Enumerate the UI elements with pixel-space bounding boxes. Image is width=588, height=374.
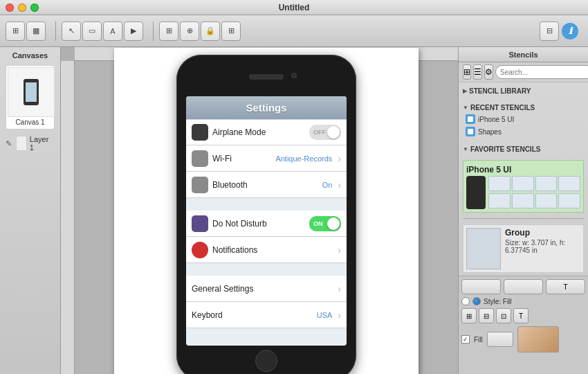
keyboard-chevron: ›: [338, 310, 341, 321]
right-panel-title: Stencils: [508, 51, 538, 59]
right-panel-titlebar: Stencils: [459, 47, 588, 62]
fill-label: Fill: [474, 336, 483, 344]
toolbar-lock-btn[interactable]: 🔒: [201, 21, 220, 41]
close-button[interactable]: [6, 3, 14, 12]
layer-1-icon: [16, 136, 27, 151]
ruler-left: [61, 61, 75, 374]
keyboard-row[interactable]: Keybord USA ›: [186, 302, 347, 328]
toolbar-play-btn[interactable]: ▶: [124, 21, 143, 41]
wifi-chevron: ›: [338, 153, 341, 164]
wifi-icon: [192, 150, 208, 167]
radio-btn-2[interactable]: [472, 297, 481, 305]
notifications-label: Notifications: [212, 245, 333, 255]
stencil-library-title: ▶ STENCIL LIBRARY: [463, 85, 584, 96]
toolbar-connect-btn[interactable]: ⊕: [180, 21, 199, 41]
favorite-stencils-title: ▼ FAVORITE STENCILS: [463, 143, 584, 154]
panel-toolbar-grid-btn[interactable]: ⊞: [463, 64, 471, 80]
toolbar-canvas-btn[interactable]: ⊟: [540, 21, 559, 41]
style-btn-3[interactable]: ⊡: [496, 308, 511, 323]
toolbar-view-btn[interactable]: ▦: [26, 21, 46, 41]
left-sidebar: Canvases Canvas 1 ✎ Layer 1: [0, 47, 61, 374]
canvas-1-item[interactable]: Canvas 1: [6, 65, 55, 130]
style-btn-4[interactable]: T: [513, 308, 529, 323]
panel-bottom: T Style: Fill ⊞ ⊟ ⊡ T ✓ Fill: [459, 276, 588, 374]
recent-iphone5ui-label: iPhone 5 UI: [478, 116, 514, 123]
maximize-button[interactable]: [30, 3, 39, 12]
bluetooth-chevron: ›: [338, 179, 341, 190]
canvas-area: Settings Airplane Mode OFF: [61, 47, 458, 374]
fill-big-swatch[interactable]: [517, 326, 559, 353]
recent-shapes-label: Shapes: [478, 128, 502, 136]
bluetooth-value: On: [322, 181, 333, 189]
favorite-stencils-section: ▼ FAVORITE STENCILS: [459, 141, 588, 157]
airplane-toggle-knob: [327, 126, 340, 139]
favorite-stencils-label: FAVORITE STENCILS: [470, 145, 541, 153]
toolbar: ⊞ ▦ ↖ ▭ A ▶ ⊞ ⊕ 🔒 ⊞ ⊟ ℹ: [0, 15, 588, 47]
iphone-stencil-preview[interactable]: iPhone 5 UI: [463, 160, 584, 213]
bluetooth-label: Bluetooth: [212, 180, 318, 190]
radio-btn-1[interactable]: [461, 297, 470, 305]
do-not-disturb-toggle-label: ON: [313, 220, 323, 227]
fill-color-swatch[interactable]: [487, 332, 513, 347]
group-thumb: [466, 228, 501, 269]
window-controls[interactable]: [6, 3, 39, 12]
canvas-1-thumbnail: [8, 67, 55, 117]
notifications-row[interactable]: Notifications ›: [186, 237, 347, 263]
iphone-home-button[interactable]: [255, 350, 277, 372]
style-btn-2[interactable]: ⊟: [479, 308, 494, 323]
airplane-toggle[interactable]: OFF: [309, 125, 341, 140]
panel-bottom-btns: T: [461, 279, 585, 294]
notifications-icon: [192, 242, 208, 258]
do-not-disturb-icon: [192, 215, 208, 232]
minimize-button[interactable]: [18, 3, 26, 12]
recent-shapes[interactable]: Shapes: [463, 125, 584, 138]
recent-stencils-triangle: ▼: [463, 105, 468, 111]
general-settings-chevron: ›: [338, 283, 341, 294]
stencil-cell-8: [558, 193, 580, 208]
toolbar-group-btn[interactable]: ⊞: [159, 21, 178, 41]
toolbar-select-btn[interactable]: ↖: [62, 21, 81, 41]
stencil-cell-5: [488, 193, 511, 208]
bluetooth-row[interactable]: Bluetooth On ›: [186, 172, 347, 198]
airplane-mode-icon: [192, 124, 208, 141]
panel-divider-1: [463, 218, 584, 219]
iphone-stencil-preview-title: iPhone 5 UI: [466, 163, 580, 176]
fill-checkbox[interactable]: ✓: [461, 335, 470, 344]
panel-toolbar-list-btn[interactable]: ☰: [473, 64, 482, 80]
do-not-disturb-toggle[interactable]: ON: [309, 216, 341, 231]
panel-bottom-btn-3[interactable]: T: [546, 279, 585, 294]
airplane-mode-row[interactable]: Airplane Mode OFF: [186, 119, 347, 145]
iphone-stencil-thumb: [466, 176, 486, 209]
drawing-page: Settings Airplane Mode OFF: [114, 48, 419, 374]
do-not-disturb-row[interactable]: Do Not Disturb ON: [186, 211, 347, 237]
fill-row: ✓ Fill: [461, 326, 585, 353]
recent-stencils-section: ▼ RECENT STENCILS iPhone 5 UI Shapes: [459, 99, 588, 141]
settings-header: Settings: [186, 96, 347, 119]
toolbar-shape-btn[interactable]: ▭: [82, 21, 102, 41]
toolbar-arrange-group: ⊞ ⊕ 🔒 ⊞: [159, 21, 241, 41]
iphone-camera: [291, 73, 297, 78]
toolbar-sep-2: [153, 21, 154, 41]
panel-bottom-btn-2[interactable]: [504, 279, 543, 294]
recent-iphone5ui[interactable]: iPhone 5 UI: [463, 113, 584, 125]
toolbar-selection-group: ⊞ ▦: [6, 21, 46, 41]
general-settings-row[interactable]: General Settings ›: [186, 276, 347, 302]
notifications-chevron: ›: [338, 244, 341, 256]
wifi-row[interactable]: Wi-Fi Antique-Records ›: [186, 145, 347, 172]
stencil-cell-2: [512, 176, 534, 191]
keyboard-label: Keybord: [192, 310, 313, 320]
info-button[interactable]: ℹ: [562, 23, 578, 39]
do-not-disturb-toggle-knob: [327, 217, 340, 230]
recent-shapes-icon-inner: [468, 129, 473, 134]
panel-bottom-btn-1[interactable]: [461, 279, 501, 294]
toolbar-table-btn[interactable]: ⊞: [221, 21, 241, 41]
panel-toolbar-settings-btn[interactable]: ⚙: [484, 64, 493, 80]
toolbar-text-btn[interactable]: A: [103, 21, 122, 41]
style-btn-1[interactable]: ⊞: [461, 308, 477, 323]
main-layout: Canvases Canvas 1 ✎ Layer 1: [0, 47, 588, 374]
stencil-search-input[interactable]: [495, 65, 588, 79]
style-fill-label: Style: Fill: [484, 298, 585, 305]
layer-1-item[interactable]: ✎ Layer 1: [0, 132, 60, 154]
toolbar-tools-group: ↖ ▭ A ▶: [62, 21, 143, 41]
toolbar-pages-btn[interactable]: ⊞: [6, 21, 25, 41]
